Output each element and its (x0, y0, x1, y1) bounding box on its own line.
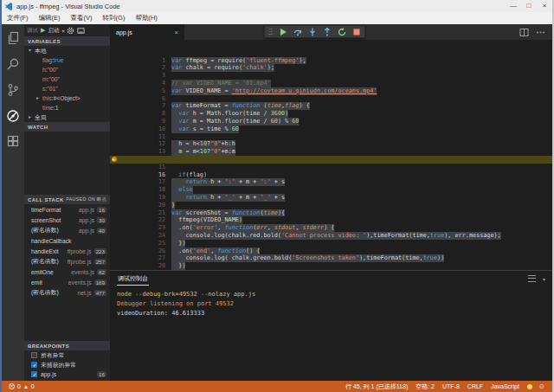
stack-frame-row[interactable]: emitOne events.js 82 (24, 267, 110, 277)
breakpoint-row[interactable]: app.js 16 (24, 370, 110, 379)
step-into-button[interactable] (308, 28, 317, 36)
code-line[interactable]: 26 .on('end', function() { (110, 232, 552, 240)
feedback-smiley-icon[interactable]: ☺ (538, 383, 545, 390)
tab-debug-console[interactable]: 调试控制台 (117, 273, 149, 286)
status-bar-item[interactable]: UTF-8 (442, 383, 460, 389)
watch-list (24, 132, 110, 195)
code-line[interactable]: 6 (110, 80, 552, 87)
code-line[interactable]: 28 }) (110, 247, 552, 255)
code-line[interactable]: 4// var VIDEO_NAME = '01.mp4' (110, 64, 552, 72)
code-line[interactable]: 29 .screenshots({ (110, 254, 552, 262)
code-line[interactable]: 9 var m = Math.floor(time / 60) % 60 (110, 102, 552, 110)
stack-frame-row[interactable]: screenShot app.js 30 (24, 215, 110, 225)
search-icon[interactable] (6, 57, 20, 71)
code-line[interactable]: 15 (110, 148, 552, 156)
stop-icon[interactable] (352, 28, 361, 36)
tab-close-icon[interactable]: × (174, 29, 178, 36)
breakpoint-row[interactable]: 所有异常 (24, 350, 110, 360)
breakpoint-checkbox[interactable] (31, 352, 37, 358)
stack-frame-row[interactable]: handleCallback (24, 235, 110, 246)
variable-row[interactable]: ▸ this : #<Object> (24, 93, 110, 103)
debug-console-toggle-icon[interactable] (77, 27, 85, 35)
code-line[interactable]: 2var chalk = require('chalk'); (110, 49, 552, 57)
debug-icon[interactable] (6, 109, 20, 123)
code-line[interactable]: 22 ffmpeg(VIDEO_NAME) (110, 202, 552, 209)
menu-item[interactable]: 转到(G) (98, 12, 131, 24)
code-editor[interactable]: 1var ffmpeg = require('fluent-ffmpeg'); … (110, 40, 552, 270)
menu-item[interactable]: 帮助(H) (130, 12, 162, 24)
code-line[interactable]: 20} (110, 186, 552, 194)
variable-row[interactable]: time : 1 (24, 103, 110, 112)
stack-frame-row[interactable]: (匿名函数) ffprobe.js 257 (24, 256, 110, 267)
code-line[interactable]: 30 timestamps: [time], (110, 262, 552, 270)
watch-section-header[interactable]: WATCH (24, 122, 110, 132)
code-line[interactable]: 23 .on('error', function(err, stdout, st… (110, 209, 552, 217)
restart-icon[interactable] (338, 28, 346, 36)
maximize-button[interactable]: □ (521, 0, 537, 12)
variable-row[interactable]: s : "01" (24, 84, 110, 93)
continue-button[interactable] (279, 28, 287, 36)
more-actions-icon[interactable] (536, 28, 545, 37)
stack-frame-row[interactable]: handleExit ffprobe.js 223 (24, 246, 110, 256)
lightbulb-icon[interactable] (527, 384, 532, 389)
start-debug-button[interactable]: ▶ (41, 27, 45, 34)
code-line[interactable]: 18 else (110, 171, 552, 179)
breakpoint-checkbox[interactable] (31, 362, 37, 368)
step-over-button[interactable] (293, 28, 302, 36)
variable-row[interactable]: ▸ 全局 (24, 112, 110, 122)
warnings-count[interactable]: 0 (31, 383, 35, 389)
clear-console-icon[interactable] (528, 275, 536, 282)
variable-row[interactable]: m : "00" (24, 74, 110, 84)
gear-icon[interactable] (67, 27, 74, 35)
tab-appjs[interactable]: app.js × (110, 24, 184, 40)
minimize-button[interactable]: — (506, 0, 521, 12)
code-line[interactable]: 3 (110, 57, 552, 65)
close-button[interactable]: × (537, 0, 552, 12)
breakpoints-section-header[interactable]: BREAKPOINTS (24, 341, 110, 350)
status-bar-item[interactable]: 空格: 2 (416, 382, 435, 391)
code-line[interactable]: 13 m = m<10?"0"+m:m (110, 133, 552, 141)
code-line[interactable]: 17 return h + ':' + m + ':' + s (110, 164, 552, 171)
code-line[interactable]: 5var VIDEO_NAME = 'http://covteam.u.qini… (110, 72, 552, 80)
step-out-button[interactable] (323, 28, 332, 36)
files-icon[interactable] (6, 31, 20, 45)
status-bar-item[interactable]: CRLF (467, 383, 483, 389)
status-bar-item[interactable]: 行 45, 列 1 (已选择118) (345, 382, 408, 391)
menu-item[interactable]: 文件(F) (2, 12, 34, 24)
code-line[interactable]: 10 var s = time % 60 (110, 110, 552, 118)
extensions-icon[interactable] (6, 135, 20, 149)
drag-grip[interactable] (268, 28, 273, 35)
errors-count[interactable]: 0 (17, 383, 21, 389)
call-stack-section-header[interactable]: CALL STACK PAUSED ON 断点 (24, 195, 110, 204)
variables-section-header[interactable]: VARIABLES (24, 36, 110, 46)
collapse-panel-icon[interactable]: ▾ (543, 276, 545, 282)
variable-row[interactable]: ▾ 本地 (24, 46, 110, 55)
stack-frame-row[interactable]: (匿名函数) net.js 477 (24, 287, 110, 298)
code-line[interactable]: 14 s = s<10?"0"+s:s (110, 140, 552, 148)
breakpoint-arrow-icon[interactable] (112, 157, 117, 162)
source-control-icon[interactable] (6, 83, 20, 97)
code-line[interactable]: 7var timeFormat = function (time,flag) { (110, 87, 552, 95)
variable-row[interactable]: flag : true (24, 55, 110, 65)
code-line[interactable]: 24 console.log(chalk.red.bold('Cannot pr… (110, 216, 552, 224)
code-line[interactable]: 21var screenShot = function(time){ (110, 194, 552, 202)
code-line[interactable]: 16 if(flag) (110, 156, 552, 164)
code-line[interactable]: 1var ffmpeg = require('fluent-ffmpeg'); (110, 42, 552, 49)
code-line[interactable]: 12 h = h<10?"0"+h:h (110, 125, 552, 133)
stack-frame-row[interactable]: timeFormat app.js 16 (24, 204, 110, 215)
split-editor-icon[interactable] (519, 28, 529, 37)
code-line[interactable]: 25 }) (110, 224, 552, 232)
code-line[interactable]: 11 (110, 118, 552, 125)
launch-config-select[interactable]: 启动 (48, 27, 59, 35)
code-line[interactable]: 27 console.log( chalk.green.bold('Screen… (110, 240, 552, 247)
menu-item[interactable]: 编辑(E) (34, 12, 66, 24)
breakpoint-row[interactable]: 未捕获的异常 (24, 360, 110, 370)
status-bar-item[interactable]: JavaScript (491, 383, 519, 389)
stack-frame-row[interactable]: emit events.js 169 (24, 277, 110, 287)
variable-row[interactable]: h : "00" (24, 65, 110, 74)
code-line[interactable]: 8 var h = Math.floor(time / 3600) (110, 95, 552, 103)
stack-frame-row[interactable]: (匿名函数) app.js 40 (24, 225, 110, 235)
menu-item[interactable]: 查看(V) (66, 12, 98, 24)
breakpoint-checkbox[interactable] (31, 371, 37, 377)
code-line[interactable]: 19 return h + '_' + m + '_' + s (110, 178, 552, 186)
